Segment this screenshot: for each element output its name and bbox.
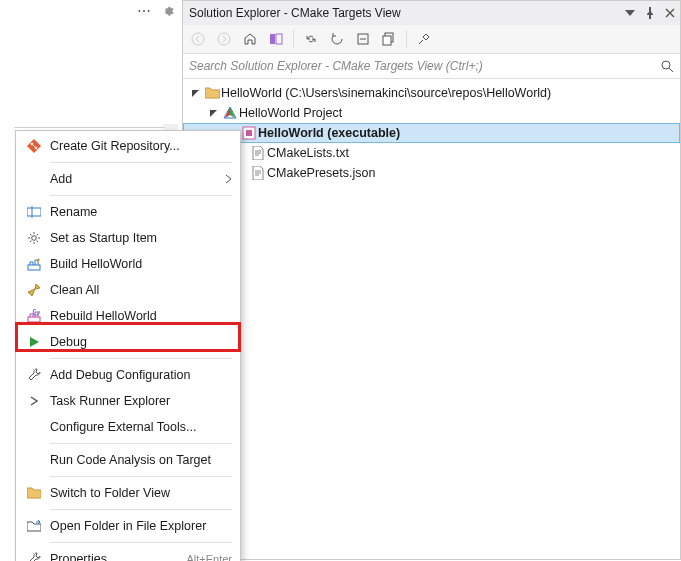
search-bar[interactable] [183,53,680,79]
menu-label: Properties [50,552,186,561]
tree-target-selected[interactable]: HelloWorld (executable) [183,123,680,143]
svg-rect-15 [28,317,40,322]
menu-label: Rebuild HelloWorld [50,309,232,323]
svg-point-7 [662,61,670,69]
git-icon [24,136,44,156]
tree-file[interactable]: CMakePresets.json [183,163,680,183]
blank-icon [24,169,44,189]
menu-label: Build HelloWorld [50,257,232,271]
rebuild-icon [24,306,44,326]
switch-views-icon[interactable] [265,28,287,50]
menu-switch-folder-view[interactable]: Switch to Folder View [16,480,240,506]
menu-properties[interactable]: Properties Alt+Enter [16,546,240,561]
tree-view: HelloWorld (C:\Users\sinemakinci\source\… [183,79,680,559]
svg-point-0 [192,33,204,45]
menu-rebuild[interactable]: Rebuild HelloWorld [16,303,240,329]
menu-set-startup[interactable]: Set as Startup Item [16,225,240,251]
wrench-icon [24,365,44,385]
search-icon[interactable] [660,59,674,73]
cmake-project-icon [221,106,239,120]
panel-title: Solution Explorer - CMake Targets View [189,6,401,20]
gear-icon [24,228,44,248]
more-icon[interactable]: ⋯ [137,3,152,19]
menu-label: Debug [50,335,232,349]
menu-label: Add [50,172,225,186]
divider [14,127,164,128]
close-icon[interactable] [660,3,680,23]
chevron-right-icon [24,391,44,411]
blank-icon [24,417,44,437]
collapse-icon[interactable] [352,28,374,50]
svg-point-1 [218,33,230,45]
menu-separator [50,162,232,163]
menu-configure-external-tools[interactable]: Configure External Tools... [16,414,240,440]
tree-label: CMakePresets.json [267,166,375,180]
back-icon[interactable] [187,28,209,50]
home-icon[interactable] [239,28,261,50]
tree-label: HelloWorld (executable) [258,126,400,140]
tree-label: HelloWorld Project [239,106,342,120]
menu-create-git-repository[interactable]: Create Git Repository... [16,133,240,159]
svg-rect-3 [276,34,282,44]
menu-separator [50,358,232,359]
play-icon [24,332,44,352]
menu-separator [50,542,232,543]
tree-label: HelloWorld (C:\Users\sinemakinci\source\… [221,86,551,100]
folder-switch-icon [24,483,44,503]
svg-rect-9 [246,130,252,136]
tree-root[interactable]: HelloWorld (C:\Users\sinemakinci\source\… [183,83,680,103]
menu-rename[interactable]: Rename [16,199,240,225]
solution-explorer-panel: Solution Explorer - CMake Targets View H… [182,0,681,560]
menu-label: Create Git Repository... [50,139,232,153]
executable-icon [240,126,258,140]
file-icon [249,146,267,160]
menu-shortcut: Alt+Enter [186,553,232,561]
build-icon [24,254,44,274]
window-options-icon[interactable] [620,3,640,23]
rename-icon [24,202,44,222]
menu-open-folder-explorer[interactable]: Open Folder in File Explorer [16,513,240,539]
gear-icon[interactable] [160,4,174,18]
file-icon [249,166,267,180]
menu-debug[interactable]: Debug [16,329,240,355]
tree-project[interactable]: HelloWorld Project [183,103,680,123]
menu-label: Set as Startup Item [50,231,232,245]
menu-label: Clean All [50,283,232,297]
open-folder-icon [24,516,44,536]
menu-label: Switch to Folder View [50,486,232,500]
menu-run-code-analysis[interactable]: Run Code Analysis on Target [16,447,240,473]
pin-icon[interactable] [640,3,660,23]
menu-add[interactable]: Add [16,166,240,192]
menu-task-runner[interactable]: Task Runner Explorer [16,388,240,414]
menu-separator [50,443,232,444]
tree-file[interactable]: CMakeLists.txt [183,143,680,163]
sync-icon[interactable] [300,28,322,50]
properties-icon[interactable] [413,28,435,50]
menu-separator [50,509,232,510]
chevron-down-icon[interactable] [207,107,219,119]
menu-build[interactable]: Build HelloWorld [16,251,240,277]
folder-icon [203,87,221,99]
menu-add-debug-config[interactable]: Add Debug Configuration [16,362,240,388]
svg-rect-2 [270,34,275,44]
panel-titlebar[interactable]: Solution Explorer - CMake Targets View [183,1,680,25]
menu-label: Open Folder in File Explorer [50,519,232,533]
chevron-right-icon [225,174,232,184]
menu-label: Rename [50,205,232,219]
search-input[interactable] [189,59,660,73]
forward-icon[interactable] [213,28,235,50]
menu-label: Run Code Analysis on Target [50,453,232,467]
refresh-icon[interactable] [326,28,348,50]
menu-separator [50,476,232,477]
svg-point-13 [32,236,37,241]
chevron-down-icon[interactable] [189,87,201,99]
menu-label: Add Debug Configuration [50,368,232,382]
svg-rect-14 [28,265,40,270]
show-all-icon[interactable] [378,28,400,50]
menu-separator [50,195,232,196]
menu-label: Task Runner Explorer [50,394,232,408]
svg-rect-12 [27,208,41,216]
svg-rect-6 [383,36,391,45]
menu-clean-all[interactable]: Clean All [16,277,240,303]
tree-label: CMakeLists.txt [267,146,349,160]
